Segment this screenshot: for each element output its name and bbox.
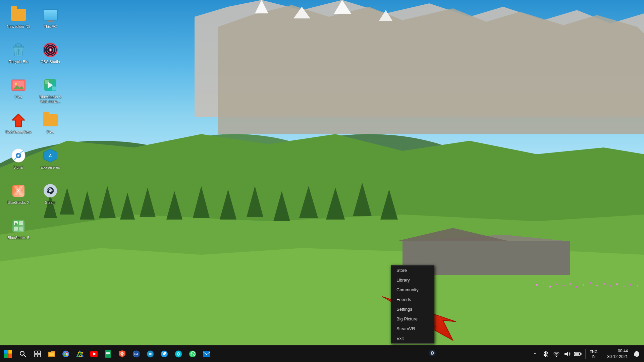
pics-1-label: Pics bbox=[15, 95, 22, 99]
steam-menu-exit[interactable]: Exit bbox=[391, 334, 434, 343]
desktop-icon-recycle-bin[interactable]: Recycle Bin bbox=[3, 39, 34, 67]
svg-point-46 bbox=[630, 284, 632, 286]
bluestacks5-icon-img bbox=[10, 218, 26, 234]
desktop-icon-pics-1[interactable]: Pics bbox=[3, 74, 34, 102]
taskbar: bit bbox=[0, 346, 644, 362]
svg-point-33 bbox=[543, 283, 544, 284]
this-pc-label: This PC bbox=[44, 24, 57, 29]
taskbar-brave[interactable] bbox=[115, 347, 129, 361]
steam-icon-img bbox=[42, 183, 58, 199]
svg-point-111 bbox=[121, 352, 123, 354]
taskbar-chrome[interactable] bbox=[59, 347, 72, 361]
svg-rect-107 bbox=[106, 352, 110, 353]
svg-point-43 bbox=[610, 285, 611, 287]
svg-rect-88 bbox=[4, 354, 8, 358]
steam-menu-community[interactable]: Community bbox=[391, 285, 434, 295]
steam-tray-icon[interactable] bbox=[429, 349, 436, 358]
desktop-icon-new-folder[interactable]: New folder (2) bbox=[3, 4, 34, 32]
svg-point-36 bbox=[562, 285, 565, 287]
svg-rect-96 bbox=[49, 353, 54, 356]
svg-point-38 bbox=[576, 286, 578, 288]
language-display[interactable]: ENG IN bbox=[588, 349, 599, 359]
svg-point-56 bbox=[50, 49, 51, 51]
svg-point-47 bbox=[637, 285, 638, 287]
steam-menu-friends[interactable]: Friends bbox=[391, 295, 434, 304]
system-tray: ^ bbox=[530, 348, 644, 360]
desktop-icon-signal[interactable]: Signal bbox=[3, 145, 34, 172]
taskbar-google-drive[interactable] bbox=[73, 347, 87, 361]
taskbar-task-view[interactable] bbox=[31, 347, 44, 361]
steam-menu-bigpicture[interactable]: Big Picture bbox=[391, 314, 434, 324]
desktop-icon-obs-studio[interactable]: OBS Studio bbox=[35, 39, 65, 67]
steam-menu-store[interactable]: Store bbox=[391, 265, 434, 275]
svg-point-39 bbox=[583, 284, 584, 286]
notification-icon[interactable] bbox=[632, 349, 641, 359]
svg-point-40 bbox=[589, 282, 591, 284]
svg-text:A: A bbox=[49, 154, 52, 158]
svg-rect-95 bbox=[38, 354, 41, 357]
desktop-icon-pics-2[interactable]: Pics bbox=[35, 110, 65, 137]
svg-rect-108 bbox=[106, 353, 110, 354]
svg-point-118 bbox=[178, 353, 179, 355]
steam-menu-settings[interactable]: Settings bbox=[391, 304, 434, 314]
taskbar-app3[interactable] bbox=[200, 347, 213, 361]
bluetooth-icon[interactable] bbox=[541, 349, 550, 359]
svg-point-100 bbox=[65, 353, 67, 355]
svg-point-44 bbox=[616, 283, 618, 285]
taskbar-whatsapp[interactable] bbox=[186, 347, 199, 361]
taskbar-youtube[interactable] bbox=[87, 347, 101, 361]
desktop-icon-appraiseres[interactable]: A appraiseres bbox=[35, 145, 65, 172]
taskbar-bit[interactable]: bit bbox=[129, 347, 143, 361]
taskbar-file-explorer[interactable] bbox=[45, 347, 58, 361]
steam-label: Steam bbox=[45, 200, 56, 205]
steam-context-menu: Store Library Community Friends Settings… bbox=[391, 265, 434, 344]
svg-rect-49 bbox=[16, 45, 20, 47]
svg-rect-109 bbox=[106, 355, 109, 355]
svg-rect-86 bbox=[4, 350, 8, 354]
svg-rect-89 bbox=[8, 354, 12, 358]
svg-line-91 bbox=[24, 355, 26, 357]
desktop-icon-this-pc[interactable]: This PC bbox=[35, 4, 65, 32]
desktop-icon-bluestacks5-multi[interactable]: BlueStacks 5 Multi-Insta... bbox=[35, 74, 65, 107]
svg-point-85 bbox=[432, 352, 433, 354]
start-button[interactable] bbox=[0, 346, 16, 362]
svg-rect-80 bbox=[14, 227, 18, 231]
desktop-icon-bluestacks-x[interactable]: X BlueStacks X bbox=[3, 180, 34, 207]
svg-rect-92 bbox=[35, 351, 37, 354]
svg-rect-93 bbox=[38, 351, 41, 354]
recycle-bin-icon bbox=[10, 42, 26, 58]
svg-line-50 bbox=[17, 49, 17, 55]
battery-icon[interactable] bbox=[573, 349, 583, 359]
taskbar-app2[interactable] bbox=[172, 347, 185, 361]
svg-point-76 bbox=[49, 189, 52, 192]
svg-point-69 bbox=[17, 155, 19, 157]
search-button[interactable] bbox=[17, 348, 29, 360]
appraiseres-icon-img: A bbox=[42, 147, 58, 164]
svg-point-41 bbox=[596, 285, 598, 286]
svg-rect-120 bbox=[203, 351, 210, 357]
svg-text:bit: bit bbox=[135, 353, 138, 356]
tray-overflow-button[interactable]: ^ bbox=[530, 349, 540, 359]
taskbar-twitter[interactable] bbox=[158, 347, 171, 361]
clock-display[interactable]: 00:44 30-12-2021 bbox=[605, 348, 631, 360]
tray-divider-2 bbox=[602, 349, 602, 359]
taskbar-app1[interactable] bbox=[144, 347, 157, 361]
red-arrow-new-icon bbox=[10, 112, 26, 128]
volume-icon[interactable] bbox=[562, 349, 572, 359]
wifi-icon[interactable] bbox=[552, 349, 561, 359]
svg-rect-87 bbox=[8, 350, 12, 354]
svg-point-37 bbox=[570, 283, 571, 285]
tray-divider bbox=[585, 349, 586, 359]
steam-menu-library[interactable]: Library bbox=[391, 275, 434, 285]
svg-point-35 bbox=[556, 284, 557, 285]
recycle-bin-label: Recycle Bin bbox=[9, 59, 28, 64]
thispc-icon-img bbox=[42, 7, 58, 23]
desktop-icon-red-arrow-new[interactable]: Red Arrow New bbox=[3, 110, 34, 137]
signal-icon-img bbox=[10, 147, 26, 164]
steam-menu-steamvr[interactable]: SteamVR bbox=[391, 324, 434, 334]
svg-point-121 bbox=[556, 356, 557, 357]
desktop-icon-bluestacks-5[interactable]: BlueStacks 5 bbox=[3, 215, 34, 243]
svg-marker-110 bbox=[119, 350, 125, 358]
taskbar-google-sheets[interactable] bbox=[101, 347, 115, 361]
desktop-icon-steam[interactable]: Steam bbox=[35, 180, 65, 207]
